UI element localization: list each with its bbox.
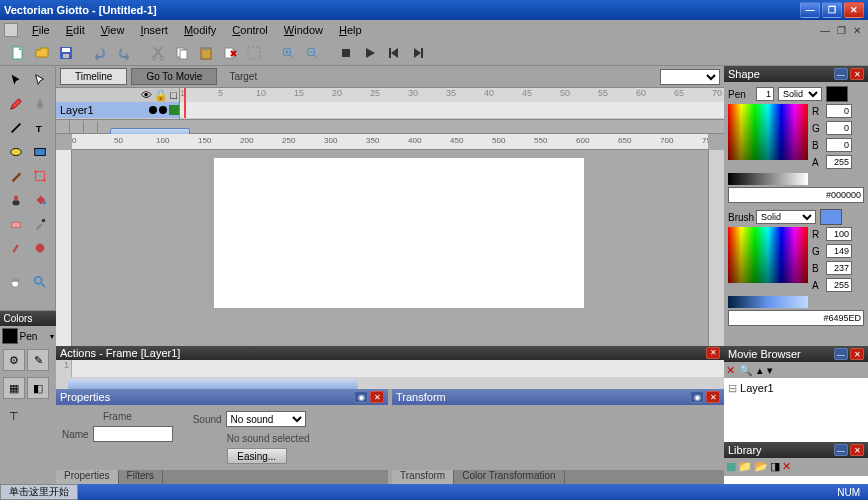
eraser-tool[interactable] (5, 213, 27, 235)
align-tab-icon[interactable]: ⊤ (3, 405, 25, 427)
oval-tool[interactable] (5, 141, 27, 163)
outline-icon[interactable]: □ (170, 89, 177, 101)
mb-close-icon[interactable]: ✕ (850, 348, 864, 360)
shape-close-icon[interactable]: ✕ (850, 68, 864, 80)
pen-a-input[interactable] (826, 155, 852, 169)
mb-down-icon[interactable]: ▾ (767, 364, 773, 376)
stop-button[interactable] (336, 43, 356, 63)
brush-g-input[interactable] (826, 244, 852, 258)
undo-button[interactable] (90, 43, 110, 63)
add-layer-button[interactable] (56, 121, 70, 133)
open-button[interactable] (32, 43, 52, 63)
delete-layer-button[interactable] (84, 121, 98, 133)
movie-browser-tree[interactable]: ⊟ Layer1 (724, 378, 868, 442)
doc-minimize-button[interactable]: — (818, 23, 832, 37)
actions-editor[interactable] (72, 360, 724, 377)
transform-subtab[interactable]: Transform (392, 470, 454, 484)
actions-scrollbar[interactable] (56, 377, 724, 389)
brush-color-picker[interactable] (728, 227, 808, 283)
menu-insert[interactable]: Insert (132, 24, 176, 36)
library-list[interactable] (724, 476, 868, 484)
shape-minimize-icon[interactable]: — (834, 68, 848, 80)
menu-window[interactable]: Window (276, 24, 331, 36)
actions-tab-icon[interactable]: ⚙ (3, 349, 25, 371)
lib-delete-icon[interactable]: ✕ (782, 460, 791, 474)
layer-lock-dot[interactable] (159, 106, 167, 114)
lock-icon[interactable]: 🔒 (154, 89, 168, 102)
pen-value-slider[interactable] (728, 173, 808, 185)
new-button[interactable] (8, 43, 28, 63)
timeline-tab[interactable]: Timeline (60, 68, 127, 85)
select-tool[interactable] (5, 69, 27, 91)
menu-view[interactable]: View (93, 24, 133, 36)
stage[interactable] (214, 158, 584, 308)
brush-value-slider[interactable] (728, 296, 808, 308)
hand-tool[interactable] (5, 271, 27, 293)
zoom-out-button[interactable] (302, 43, 322, 63)
mb-search-icon[interactable]: 🔍 (739, 364, 753, 376)
lib-open-icon[interactable]: 📂 (754, 460, 768, 474)
brush-b-input[interactable] (826, 261, 852, 275)
brush-tool[interactable] (5, 165, 27, 187)
mb-delete-icon[interactable]: ✕ (726, 364, 735, 376)
select-all-button[interactable] (244, 43, 264, 63)
pen-swatch[interactable] (826, 86, 848, 102)
start-button[interactable]: 单击这里开始 (0, 484, 78, 500)
rect-tool[interactable] (29, 141, 51, 163)
properties-pin-icon[interactable]: ◉ (354, 391, 368, 403)
frame-name-input[interactable] (93, 426, 173, 442)
mb-up-icon[interactable]: ▴ (757, 364, 763, 376)
add-folder-button[interactable] (70, 121, 84, 133)
brush-swatch[interactable] (820, 209, 842, 225)
text-tool[interactable]: T (29, 117, 51, 139)
menu-help[interactable]: Help (331, 24, 370, 36)
close-button[interactable]: ✕ (844, 2, 864, 18)
properties-subtab[interactable]: Properties (56, 470, 119, 484)
timeline-frames[interactable] (180, 102, 724, 118)
pen-color-swatch[interactable] (2, 328, 18, 344)
redo-button[interactable] (114, 43, 134, 63)
menu-edit[interactable]: Edit (58, 24, 93, 36)
ink-tool[interactable] (5, 189, 27, 211)
properties-close-icon[interactable]: ✕ (370, 391, 384, 403)
transform-close-icon[interactable]: ✕ (706, 391, 720, 403)
cut-button[interactable] (148, 43, 168, 63)
maximize-button[interactable]: ❐ (822, 2, 842, 18)
pen-width-input[interactable] (756, 87, 774, 101)
next-frame-button[interactable] (408, 43, 428, 63)
copy-button[interactable] (172, 43, 192, 63)
pen-g-input[interactable] (826, 121, 852, 135)
menu-modify[interactable]: Modify (176, 24, 224, 36)
actions-close-icon[interactable]: ✕ (706, 347, 720, 359)
canvas-scroll-v[interactable] (708, 150, 724, 350)
play-button[interactable] (360, 43, 380, 63)
layer-color-swatch[interactable] (169, 105, 179, 115)
doc-close-button[interactable]: ✕ (850, 23, 864, 37)
brush-hex[interactable]: #6495ED (728, 310, 864, 326)
eyedropper-tool[interactable] (29, 213, 51, 235)
doc-restore-button[interactable]: ❐ (834, 23, 848, 37)
canvas-viewport[interactable] (72, 150, 708, 350)
pencil-tool[interactable] (5, 93, 27, 115)
subselect-tool[interactable] (29, 69, 51, 91)
timeline-ruler[interactable]: 1510152025303540455055606570 (180, 88, 724, 102)
transform-tool[interactable] (29, 165, 51, 187)
script-tab-icon[interactable]: ✎ (27, 349, 49, 371)
pen-hex[interactable]: #000000 (728, 187, 864, 203)
minimize-button[interactable]: — (800, 2, 820, 18)
lib-close-icon[interactable]: ✕ (850, 444, 864, 456)
target-select[interactable] (660, 69, 720, 85)
pen-tool[interactable] (29, 93, 51, 115)
properties-tab-icon[interactable]: ▦ (3, 377, 25, 399)
delete-button[interactable] (220, 43, 240, 63)
lib-new-folder-icon[interactable]: 📁 (738, 460, 752, 474)
playhead[interactable] (184, 88, 186, 118)
filters-subtab[interactable]: Filters (119, 470, 163, 484)
zoom-in-button[interactable] (278, 43, 298, 63)
gotomovie-tab[interactable]: Go To Movie (131, 68, 217, 85)
brush-style-select[interactable]: Solid (756, 210, 816, 224)
mb-minimize-icon[interactable]: — (834, 348, 848, 360)
pen-color-picker[interactable] (728, 104, 808, 160)
paste-button[interactable] (196, 43, 216, 63)
menu-file[interactable]: File (24, 24, 58, 36)
